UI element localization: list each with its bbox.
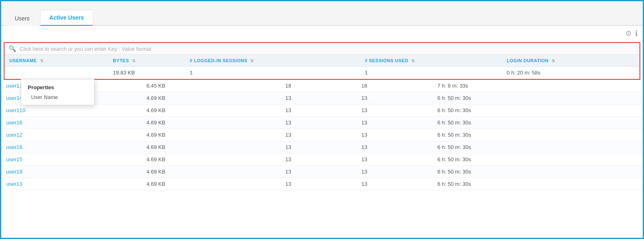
- sort-arrows-username: ⇅: [40, 59, 44, 63]
- cell-used-7: 13: [357, 153, 433, 166]
- cell-duration-0: 0 h: 20 m: 58s: [502, 67, 640, 79]
- cell-bytes-0: 19.83 KB: [108, 67, 185, 79]
- cell-bytes-4: 4.69 KB: [141, 117, 280, 129]
- cell-duration-8: 6 h: 50 m: 30s: [433, 166, 643, 178]
- table-row: user124.69 KB13136 h: 50 m: 30s: [1, 129, 643, 141]
- table-row: user144.69 KB13136 h: 50 m: 30s: [1, 92, 643, 104]
- cell-username-6[interactable]: user18: [1, 141, 141, 153]
- col-bytes[interactable]: BYTES ⇅: [108, 55, 185, 67]
- search-icon: 🔍: [9, 45, 16, 52]
- table-row: user154.69 KB13136 h: 50 m: 30s: [1, 153, 643, 166]
- cell-username-3[interactable]: user110: [1, 104, 141, 117]
- tab-users[interactable]: Users: [5, 11, 39, 26]
- table-row: user116.45 KB18187 h: 8 m: 33s: [1, 80, 643, 92]
- sort-arrows-duration: ⇅: [552, 59, 555, 63]
- table-header-row: USERNAME ⇅ BYTES ⇅ # LOGGED-IN SESSIONS …: [4, 55, 640, 67]
- cell-username-5[interactable]: user12: [1, 129, 141, 141]
- cell-used-6: 13: [357, 141, 433, 153]
- cell-duration-7: 6 h: 50 m: 30s: [433, 153, 643, 166]
- cell-bytes-1: 6.45 KB: [141, 80, 280, 92]
- cell-logged-8: 13: [280, 166, 357, 178]
- cell-duration-1: 7 h: 8 m: 33s: [433, 80, 643, 92]
- cell-used-2: 13: [357, 92, 433, 104]
- cell-username-8[interactable]: user19: [1, 166, 141, 178]
- cell-logged-3: 13: [280, 104, 357, 117]
- cell-username-7[interactable]: user15: [1, 153, 141, 166]
- col-username[interactable]: USERNAME ⇅: [4, 55, 108, 67]
- cell-bytes-8: 4.69 KB: [141, 166, 280, 178]
- cell-used-5: 13: [357, 129, 433, 141]
- tab-active-users[interactable]: Active Users: [40, 10, 94, 26]
- col-logged-sessions[interactable]: # LOGGED-IN SESSIONS ⇅: [185, 55, 360, 67]
- col-sessions-used[interactable]: # SESSIONS USED ⇅: [360, 55, 502, 67]
- cell-duration-9: 6 h: 50 m: 30s: [433, 178, 643, 190]
- cell-logged-5: 13: [280, 129, 357, 141]
- table-body: user116.45 KB18187 h: 8 m: 33suser144.69…: [1, 80, 643, 190]
- table-row: user184.69 KB13136 h: 50 m: 30s: [1, 141, 643, 153]
- cell-logged-6: 13: [280, 141, 357, 153]
- cell-logged-9: 13: [280, 178, 357, 190]
- cell-used-4: 13: [357, 117, 433, 129]
- sort-arrows-logged: ⇅: [250, 59, 254, 63]
- sort-arrows-bytes: ⇅: [132, 59, 136, 63]
- cell-bytes-9: 4.69 KB: [141, 178, 280, 190]
- cell-logged-4: 13: [280, 117, 357, 129]
- dropdown-header: Properties: [21, 82, 94, 92]
- cell-username-9[interactable]: user13: [1, 178, 141, 190]
- cell-logged-1: 18: [280, 80, 357, 92]
- dropdown-item-username[interactable]: User Name: [21, 92, 94, 102]
- cell-username-4[interactable]: user16: [1, 117, 141, 129]
- properties-dropdown: Properties User Name: [21, 79, 94, 105]
- cell-used-9: 13: [357, 178, 433, 190]
- cell-duration-6: 6 h: 50 m: 30s: [433, 141, 643, 153]
- cell-bytes-2: 4.69 KB: [141, 92, 280, 104]
- red-outline-section: 🔍 Click here to search or you can enter …: [4, 42, 640, 80]
- cell-bytes-7: 4.69 KB: [141, 153, 280, 166]
- cell-bytes-5: 4.69 KB: [141, 129, 280, 141]
- tabs-bar: Users Active Users: [1, 1, 643, 26]
- info-icon[interactable]: ℹ: [635, 29, 638, 38]
- cell-duration-5: 6 h: 50 m: 30s: [433, 129, 643, 141]
- cell-bytes-3: 4.69 KB: [141, 104, 280, 117]
- toolbar-row: ⚙ ℹ: [1, 26, 643, 41]
- search-placeholder[interactable]: Click here to search or you can enter Ke…: [20, 46, 151, 52]
- table-row: user164.69 KB13136 h: 50 m: 30s: [1, 117, 643, 129]
- cell-duration-4: 6 h: 50 m: 30s: [433, 117, 643, 129]
- table-row: 19.83 KB 1 1 0 h: 20 m: 58s: [4, 67, 640, 79]
- cell-logged-7: 13: [280, 153, 357, 166]
- gear-icon[interactable]: ⚙: [625, 29, 632, 38]
- cell-bytes-6: 4.69 KB: [141, 141, 280, 153]
- cell-logged-0: 1: [185, 67, 360, 79]
- table-row: user134.69 KB13136 h: 50 m: 30s: [1, 178, 643, 190]
- cell-used-1: 18: [357, 80, 433, 92]
- table-row: user1104.69 KB13136 h: 50 m: 30s: [1, 104, 643, 117]
- col-login-duration[interactable]: LOGIN DURATION ⇅: [502, 55, 640, 67]
- search-bar-row: 🔍 Click here to search or you can enter …: [4, 43, 640, 55]
- cell-used-0: 1: [360, 67, 502, 79]
- cell-used-3: 13: [357, 104, 433, 117]
- table-header-area: USERNAME ⇅ BYTES ⇅ # LOGGED-IN SESSIONS …: [4, 55, 640, 79]
- cell-logged-2: 13: [280, 92, 357, 104]
- cell-used-8: 13: [357, 166, 433, 178]
- cell-duration-3: 6 h: 50 m: 30s: [433, 104, 643, 117]
- cell-duration-2: 6 h: 50 m: 30s: [433, 92, 643, 104]
- table-row: user194.69 KB13136 h: 50 m: 30s: [1, 166, 643, 178]
- cell-username-0[interactable]: [4, 67, 108, 79]
- sort-arrows-used: ⇅: [411, 59, 415, 63]
